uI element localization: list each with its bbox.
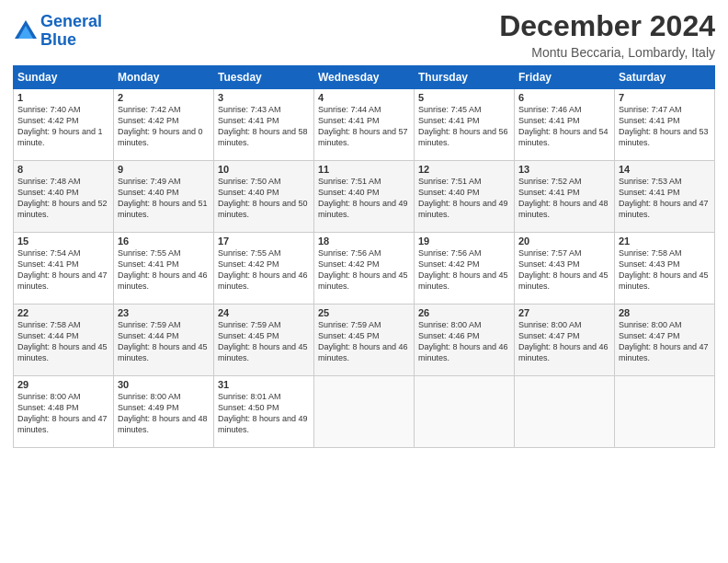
table-row: 17Sunrise: 7:55 AMSunset: 4:42 PMDayligh… [214, 233, 314, 304]
day-number: 17 [218, 236, 310, 247]
day-number: 21 [619, 236, 711, 247]
day-number: 11 [318, 164, 410, 175]
table-row [615, 376, 715, 448]
cell-info: Sunrise: 7:52 AMSunset: 4:41 PMDaylight:… [518, 176, 610, 221]
table-row: 1Sunrise: 7:40 AMSunset: 4:42 PMDaylight… [14, 89, 114, 161]
table-row: 14Sunrise: 7:53 AMSunset: 4:41 PMDayligh… [615, 161, 715, 233]
table-row: 25Sunrise: 7:59 AMSunset: 4:45 PMDayligh… [314, 304, 415, 376]
table-row: 28Sunrise: 8:00 AMSunset: 4:47 PMDayligh… [615, 304, 715, 376]
day-number: 5 [418, 92, 510, 103]
day-number: 7 [619, 92, 711, 103]
table-row: 2Sunrise: 7:42 AMSunset: 4:42 PMDaylight… [114, 89, 214, 161]
cell-info: Sunrise: 7:50 AMSunset: 4:40 PMDaylight:… [218, 176, 310, 221]
table-row: 30Sunrise: 8:00 AMSunset: 4:49 PMDayligh… [114, 376, 214, 448]
cell-info: Sunrise: 7:51 AMSunset: 4:40 PMDaylight:… [318, 176, 410, 221]
table-row: 4Sunrise: 7:44 AMSunset: 4:41 PMDaylight… [314, 89, 415, 161]
table-row: 6Sunrise: 7:46 AMSunset: 4:41 PMDaylight… [515, 89, 615, 161]
day-number: 9 [118, 164, 210, 175]
cell-info: Sunrise: 7:56 AMSunset: 4:42 PMDaylight:… [318, 247, 410, 293]
day-number: 31 [218, 379, 310, 390]
cell-info: Sunrise: 7:58 AMSunset: 4:44 PMDaylight:… [17, 319, 109, 364]
table-row: 21Sunrise: 7:58 AMSunset: 4:43 PMDayligh… [615, 233, 715, 304]
cell-info: Sunrise: 7:49 AMSunset: 4:40 PMDaylight:… [118, 176, 210, 221]
cell-info: Sunrise: 8:01 AMSunset: 4:50 PMDaylight:… [218, 391, 310, 436]
header: General Blue December 2024 Montu Beccari… [13, 9, 715, 60]
cell-info: Sunrise: 7:42 AMSunset: 4:42 PMDaylight:… [118, 104, 210, 149]
cell-info: Sunrise: 7:53 AMSunset: 4:41 PMDaylight:… [619, 176, 711, 221]
cell-info: Sunrise: 7:47 AMSunset: 4:41 PMDaylight:… [619, 104, 711, 149]
page-container: General Blue December 2024 Montu Beccari… [0, 0, 728, 457]
day-number: 10 [218, 164, 310, 175]
cell-info: Sunrise: 8:00 AMSunset: 4:48 PMDaylight:… [17, 391, 109, 436]
title-block: December 2024 Montu Beccaria, Lombardy, … [499, 9, 715, 60]
day-number: 23 [118, 307, 210, 318]
location-title: Montu Beccaria, Lombardy, Italy [499, 45, 715, 60]
cell-info: Sunrise: 7:40 AMSunset: 4:42 PMDaylight:… [17, 104, 109, 149]
calendar-week-row: 1Sunrise: 7:40 AMSunset: 4:42 PMDaylight… [14, 89, 715, 161]
day-number: 12 [418, 164, 510, 175]
cell-info: Sunrise: 7:57 AMSunset: 4:43 PMDaylight:… [518, 247, 610, 293]
cell-info: Sunrise: 7:55 AMSunset: 4:42 PMDaylight:… [218, 247, 310, 293]
day-number: 8 [17, 164, 109, 175]
cell-info: Sunrise: 7:45 AMSunset: 4:41 PMDaylight:… [418, 104, 510, 149]
table-row: 10Sunrise: 7:50 AMSunset: 4:40 PMDayligh… [214, 161, 314, 233]
table-row [515, 376, 615, 448]
table-row: 22Sunrise: 7:58 AMSunset: 4:44 PMDayligh… [14, 304, 114, 376]
cell-info: Sunrise: 8:00 AMSunset: 4:49 PMDaylight:… [118, 391, 210, 436]
cell-info: Sunrise: 7:59 AMSunset: 4:45 PMDaylight:… [218, 319, 310, 364]
table-row: 7Sunrise: 7:47 AMSunset: 4:41 PMDaylight… [615, 89, 715, 161]
day-number: 15 [17, 236, 109, 247]
day-number: 30 [118, 379, 210, 390]
day-number: 28 [619, 307, 711, 318]
day-number: 19 [418, 236, 510, 247]
table-row: 19Sunrise: 7:56 AMSunset: 4:42 PMDayligh… [415, 233, 515, 304]
table-row: 18Sunrise: 7:56 AMSunset: 4:42 PMDayligh… [314, 233, 415, 304]
header-thursday: Thursday [415, 66, 515, 89]
calendar-week-row: 22Sunrise: 7:58 AMSunset: 4:44 PMDayligh… [14, 304, 715, 376]
cell-info: Sunrise: 7:43 AMSunset: 4:41 PMDaylight:… [218, 104, 310, 149]
table-row: 27Sunrise: 8:00 AMSunset: 4:47 PMDayligh… [515, 304, 615, 376]
cell-info: Sunrise: 7:46 AMSunset: 4:41 PMDaylight:… [518, 104, 610, 149]
cell-info: Sunrise: 8:00 AMSunset: 4:47 PMDaylight:… [619, 319, 711, 364]
table-row: 3Sunrise: 7:43 AMSunset: 4:41 PMDaylight… [214, 89, 314, 161]
cell-info: Sunrise: 7:59 AMSunset: 4:44 PMDaylight:… [118, 319, 210, 364]
calendar-week-row: 15Sunrise: 7:54 AMSunset: 4:41 PMDayligh… [14, 233, 715, 304]
table-row: 13Sunrise: 7:52 AMSunset: 4:41 PMDayligh… [515, 161, 615, 233]
day-number: 13 [518, 164, 610, 175]
logo-icon [13, 18, 39, 44]
day-number: 3 [218, 92, 310, 103]
day-number: 22 [17, 307, 109, 318]
header-monday: Monday [114, 66, 214, 89]
header-friday: Friday [515, 66, 615, 89]
day-number: 4 [318, 92, 410, 103]
day-number: 27 [518, 307, 610, 318]
cell-info: Sunrise: 7:55 AMSunset: 4:41 PMDaylight:… [118, 247, 210, 293]
day-number: 1 [17, 92, 109, 103]
table-row: 26Sunrise: 8:00 AMSunset: 4:46 PMDayligh… [415, 304, 515, 376]
day-number: 16 [118, 236, 210, 247]
header-saturday: Saturday [615, 66, 715, 89]
month-title: December 2024 [499, 9, 715, 43]
cell-info: Sunrise: 7:58 AMSunset: 4:43 PMDaylight:… [619, 247, 711, 293]
cell-info: Sunrise: 7:44 AMSunset: 4:41 PMDaylight:… [318, 104, 410, 149]
table-row: 24Sunrise: 7:59 AMSunset: 4:45 PMDayligh… [214, 304, 314, 376]
day-number: 2 [118, 92, 210, 103]
day-number: 29 [17, 379, 109, 390]
cell-info: Sunrise: 7:54 AMSunset: 4:41 PMDaylight:… [17, 247, 109, 293]
day-number: 24 [218, 307, 310, 318]
logo: General Blue [13, 13, 102, 50]
table-row: 31Sunrise: 8:01 AMSunset: 4:50 PMDayligh… [214, 376, 314, 448]
cell-info: Sunrise: 7:48 AMSunset: 4:40 PMDaylight:… [17, 176, 109, 221]
day-number: 26 [418, 307, 510, 318]
calendar-table: Sunday Monday Tuesday Wednesday Thursday… [13, 65, 715, 448]
table-row [415, 376, 515, 448]
day-number: 25 [318, 307, 410, 318]
day-number: 18 [318, 236, 410, 247]
header-sunday: Sunday [14, 66, 114, 89]
table-row: 11Sunrise: 7:51 AMSunset: 4:40 PMDayligh… [314, 161, 415, 233]
header-tuesday: Tuesday [214, 66, 314, 89]
day-number: 14 [619, 164, 711, 175]
cell-info: Sunrise: 8:00 AMSunset: 4:47 PMDaylight:… [518, 319, 610, 364]
table-row: 20Sunrise: 7:57 AMSunset: 4:43 PMDayligh… [515, 233, 615, 304]
table-row: 12Sunrise: 7:51 AMSunset: 4:40 PMDayligh… [415, 161, 515, 233]
